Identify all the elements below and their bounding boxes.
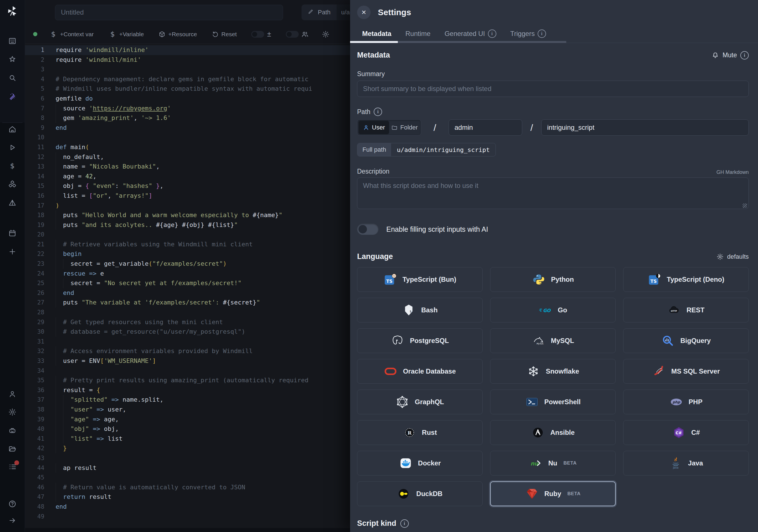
svg-text:C#: C# bbox=[676, 431, 682, 435]
rest-icon: HTTP bbox=[667, 303, 681, 317]
sidebar-item-user[interactable] bbox=[0, 385, 25, 403]
language-card-postgresql[interactable]: PostgreSQL bbox=[357, 328, 483, 353]
language-card-csharp[interactable]: C#C# bbox=[623, 420, 749, 445]
sidebar-item-dollar[interactable]: $ bbox=[0, 157, 25, 175]
svg-text:TS: TS bbox=[386, 279, 393, 284]
info-icon: i bbox=[488, 29, 496, 38]
language-card-typescript-bun[interactable]: TSTypeScript (Bun) bbox=[357, 267, 483, 292]
svg-text:$: $ bbox=[110, 30, 115, 38]
svg-text:TS: TS bbox=[650, 279, 657, 284]
graphql-icon bbox=[396, 395, 409, 409]
sidebar-item-plus[interactable] bbox=[0, 243, 25, 260]
language-card-nu[interactable]: nuNuBETA bbox=[490, 451, 616, 476]
language-card-duckdb[interactable]: DuckDB bbox=[357, 481, 483, 506]
language-card-typescript-deno[interactable]: TSTypeScript (Deno) bbox=[623, 267, 749, 292]
full-path-value: u/admin/intriguing_script bbox=[391, 143, 495, 156]
mute-button[interactable]: Mute i bbox=[711, 51, 749, 59]
owner-input[interactable] bbox=[449, 119, 522, 136]
go-icon: GO bbox=[539, 303, 552, 317]
language-card-mssql[interactable]: MS SQL Server bbox=[623, 359, 749, 384]
typescript-bun-icon: TS bbox=[384, 273, 397, 286]
language-defaults-button[interactable]: defaults bbox=[716, 253, 749, 260]
toolbar-contextvar-button[interactable]: $+Context var bbox=[49, 30, 94, 39]
sidebar-item-cubes[interactable] bbox=[0, 176, 25, 193]
summary-input[interactable] bbox=[357, 81, 749, 97]
mssql-icon bbox=[652, 365, 666, 378]
gh-markdown-hint: GH Markdown bbox=[716, 169, 749, 175]
mute-info-icon[interactable]: i bbox=[740, 51, 749, 59]
path-label: Path bbox=[357, 108, 370, 116]
package-icon bbox=[158, 31, 166, 38]
close-icon[interactable]: × bbox=[357, 6, 370, 19]
owner-kind-user[interactable]: User bbox=[359, 121, 389, 134]
windmill-logo-icon[interactable] bbox=[0, 2, 25, 20]
language-card-bigquery[interactable]: BigQuery bbox=[623, 328, 749, 353]
sidebar-item-runs-list[interactable] bbox=[0, 458, 25, 476]
sidebar-item-play[interactable] bbox=[0, 139, 25, 156]
sidebar-item-magic-wand[interactable] bbox=[0, 88, 25, 105]
toolbar-variable-button[interactable]: $+Variable bbox=[108, 30, 144, 39]
ai-inputs-toggle[interactable] bbox=[357, 224, 378, 235]
language-card-snowflake[interactable]: Snowflake bbox=[490, 359, 616, 384]
sidebar-item-home[interactable] bbox=[0, 121, 25, 138]
language-card-graphql[interactable]: GraphQL bbox=[357, 390, 483, 414]
docker-icon bbox=[399, 456, 412, 470]
language-card-rest[interactable]: HTTPREST bbox=[623, 298, 749, 322]
folder-icon bbox=[8, 444, 17, 453]
sidebar-item-gear[interactable] bbox=[0, 403, 25, 421]
language-card-docker[interactable]: Docker bbox=[357, 451, 483, 476]
svg-text:R: R bbox=[408, 430, 412, 436]
language-card-mysql[interactable]: MySQLMySQL bbox=[490, 328, 616, 353]
sidebar-item-app-window[interactable] bbox=[0, 32, 25, 50]
bash-icon: $ bbox=[402, 303, 416, 317]
path-slash-2: / bbox=[522, 122, 541, 133]
help-icon bbox=[8, 500, 17, 508]
language-card-go[interactable]: GOGo bbox=[490, 298, 616, 322]
script-name-input[interactable] bbox=[541, 119, 749, 136]
tab-triggers[interactable]: Triggersi bbox=[505, 25, 551, 43]
full-path-label: Full path bbox=[358, 143, 391, 156]
language-card-php[interactable]: phpPHP bbox=[623, 390, 749, 414]
cubes-icon bbox=[8, 180, 17, 189]
svg-text:php: php bbox=[672, 400, 680, 404]
diff-icon: ± bbox=[267, 30, 271, 39]
sidebar-item-star[interactable] bbox=[0, 51, 25, 68]
star-icon bbox=[8, 55, 17, 64]
script-kind-info-icon[interactable]: i bbox=[400, 519, 409, 528]
tab-metadata[interactable]: Metadata bbox=[357, 25, 396, 43]
language-card-java[interactable]: JavaJava bbox=[623, 451, 749, 476]
sidebar-item-calendar[interactable] bbox=[0, 225, 25, 242]
owner-kind-folder[interactable]: Folder bbox=[389, 121, 420, 134]
language-card-bash[interactable]: $Bash bbox=[357, 298, 483, 322]
sidebar-item-robot[interactable] bbox=[0, 422, 25, 439]
multiplayer-toggle[interactable] bbox=[286, 31, 299, 38]
owner-kind-segmented: UserFolder bbox=[357, 119, 421, 136]
description-textarea[interactable] bbox=[357, 178, 749, 209]
language-card-oracle[interactable]: Oracle Database bbox=[357, 359, 483, 384]
description-label: Description bbox=[357, 168, 389, 175]
svg-text:$: $ bbox=[10, 162, 15, 170]
language-card-python[interactable]: Python bbox=[490, 267, 616, 292]
language-card-ansible[interactable]: Ansible bbox=[490, 420, 616, 445]
sidebar-item-search[interactable] bbox=[0, 69, 25, 87]
tab-runtime[interactable]: Runtime bbox=[400, 25, 435, 43]
svg-text:$: $ bbox=[51, 30, 55, 38]
metadata-heading: Metadata bbox=[357, 51, 390, 59]
path-info-icon[interactable]: i bbox=[374, 108, 382, 116]
toolbar-resource-button[interactable]: +Resource bbox=[158, 31, 197, 38]
language-card-ruby[interactable]: RubyBETA bbox=[490, 481, 616, 506]
editor-settings-gear-icon[interactable] bbox=[322, 30, 329, 38]
sidebar-item-pyramid[interactable] bbox=[0, 194, 25, 211]
script-title-input[interactable] bbox=[55, 5, 283, 20]
sidebar-item-collapse-arrow[interactable] bbox=[0, 512, 25, 529]
play-icon bbox=[8, 143, 17, 152]
sidebar-item-help[interactable] bbox=[0, 495, 25, 513]
language-card-powershell[interactable]: PowerShell bbox=[490, 390, 616, 414]
language-heading: Language bbox=[357, 252, 393, 261]
toolbar-reset-button[interactable]: Reset bbox=[212, 31, 237, 38]
sidebar-item-folder[interactable] bbox=[0, 440, 25, 458]
tab-generated-ui[interactable]: Generated UIi bbox=[439, 25, 501, 43]
csharp-icon: C# bbox=[672, 426, 686, 439]
language-card-rust[interactable]: RRust bbox=[357, 420, 483, 445]
diff-mode-toggle[interactable] bbox=[251, 31, 264, 38]
